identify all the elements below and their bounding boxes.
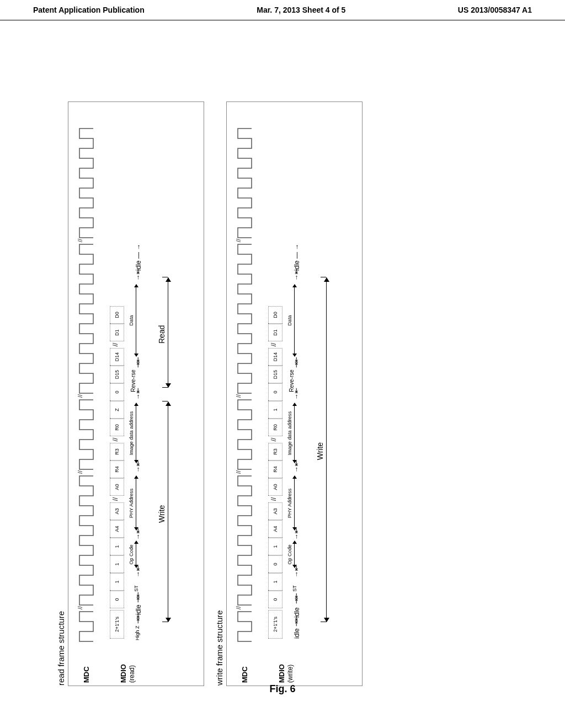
svg-text://: // bbox=[77, 606, 83, 609]
imgaddr-segment: Image data address bbox=[292, 402, 292, 465]
img-bit: R4 bbox=[268, 461, 282, 478]
svg-text://: // bbox=[77, 238, 83, 242]
phy-bit: A3 bbox=[110, 502, 124, 520]
header-right: US 2013/0058347 A1 bbox=[458, 6, 532, 14]
img-bit: R0 bbox=[268, 419, 282, 436]
reverse-segment: Reve-rse bbox=[289, 368, 295, 393]
break-icon: // bbox=[111, 436, 119, 443]
idle-label: idle bbox=[135, 604, 142, 615]
st-segment: ST bbox=[292, 580, 297, 597]
svg-text://: // bbox=[77, 470, 83, 474]
write-arrow: Write bbox=[168, 402, 169, 622]
img-bit: R4 bbox=[110, 461, 124, 478]
op-bit: 1 bbox=[268, 538, 282, 555]
figure-caption: Fig. 6 bbox=[0, 683, 565, 695]
write-frame-title: write frame structure bbox=[215, 610, 224, 686]
data-bit: D15 bbox=[268, 366, 282, 383]
bit-cells-row: 0111A4A3//A0R4R3//R0Z0D15D14//D1D0 bbox=[110, 306, 124, 608]
mdc-clock-icon: // // // // bbox=[77, 123, 99, 641]
op-bit: 1 bbox=[110, 555, 124, 573]
img-bit: R3 bbox=[110, 443, 124, 461]
svg-text://: // bbox=[77, 394, 83, 398]
st-bit: 0 bbox=[268, 591, 282, 608]
data-segment: Data bbox=[292, 282, 292, 359]
st-segment: ST bbox=[134, 580, 139, 597]
phy-bit: A0 bbox=[268, 478, 282, 496]
idle-label-right: idle — → bbox=[293, 244, 301, 271]
data-bit: D15 bbox=[110, 366, 124, 383]
preamble-cell: 2+1'1's bbox=[110, 610, 124, 639]
phyaddr-segment: PHY Address bbox=[134, 474, 134, 532]
header-left: Patent Application Publication bbox=[33, 6, 145, 14]
write-arrow: Write bbox=[326, 277, 327, 622]
idle-label-left: idle bbox=[293, 628, 301, 639]
data-bit: D14 bbox=[110, 348, 124, 366]
highz-label: High Z bbox=[135, 625, 140, 640]
img-bit: R0 bbox=[110, 419, 124, 436]
preamble-cell: 2+1'1's bbox=[268, 610, 282, 639]
dblarrow-icon: ⇥⇤ bbox=[134, 357, 142, 368]
data-bit: D1 bbox=[110, 324, 124, 341]
rev-bit: 0 bbox=[110, 383, 124, 401]
svg-text://: // bbox=[235, 394, 242, 398]
op-bit: 0 bbox=[268, 555, 282, 573]
mdc-label: MDC bbox=[82, 666, 90, 683]
st-bit: 1 bbox=[268, 573, 282, 591]
opcode-segment: Op Code bbox=[134, 539, 134, 570]
write-frame-diagram: write frame structure MDC // // // // MD… bbox=[226, 101, 363, 686]
rev-bit: 0 bbox=[268, 383, 282, 401]
mdio-label: MDIO bbox=[119, 664, 127, 683]
svg-text://: // bbox=[235, 606, 242, 609]
rev-bit: Z bbox=[110, 401, 124, 419]
mdc-label: MDC bbox=[241, 666, 249, 683]
read-frame-diagram: read frame structure MDC // // // // MDI… bbox=[68, 101, 204, 686]
reverse-segment: Reve-rse bbox=[131, 368, 136, 393]
imgaddr-segment: Image data address bbox=[134, 402, 134, 465]
opcode-segment: Op Code bbox=[292, 539, 292, 570]
phy-bit: A4 bbox=[110, 520, 124, 538]
op-bit: 1 bbox=[110, 538, 124, 555]
break-icon: // bbox=[270, 496, 278, 502]
read-arrow: Read bbox=[168, 277, 169, 388]
mdio-label: MDIO bbox=[278, 664, 286, 683]
phy-bit: A3 bbox=[268, 502, 282, 520]
break-icon: // bbox=[270, 341, 278, 348]
phyaddr-segment: PHY Address bbox=[292, 474, 292, 532]
rev-bit: 1 bbox=[268, 401, 282, 419]
rotated-figure-wrapper: read frame structure MDC // // // // MDI… bbox=[68, 101, 385, 686]
mdio-sublabel: (read) bbox=[128, 665, 136, 683]
dblarrow-icon: ⇥⇤ bbox=[292, 357, 300, 368]
break-icon: // bbox=[111, 341, 119, 348]
svg-text://: // bbox=[235, 470, 242, 474]
img-bit: R3 bbox=[268, 443, 282, 461]
idle-label: idle bbox=[293, 607, 301, 618]
page-content: read frame structure MDC // // // // MDI… bbox=[0, 20, 565, 65]
st-bit: 1 bbox=[110, 573, 124, 591]
page-header: Patent Application Publication Mar. 7, 2… bbox=[0, 0, 565, 20]
data-bit: D0 bbox=[110, 306, 124, 324]
header-center: Mar. 7, 2013 Sheet 4 of 5 bbox=[257, 6, 345, 14]
data-bit: D1 bbox=[268, 324, 282, 341]
idle-label-right: idle — → bbox=[135, 244, 142, 271]
read-frame-title: read frame structure bbox=[56, 611, 66, 686]
break-icon: // bbox=[270, 436, 278, 443]
mdio-sublabel: (write) bbox=[286, 665, 294, 683]
phy-bit: A0 bbox=[110, 478, 124, 496]
svg-text://: // bbox=[235, 238, 242, 242]
data-bit: D0 bbox=[268, 306, 282, 324]
st-bit: 0 bbox=[110, 591, 124, 608]
bit-cells-row: 0101A4A3//A0R4R3//R010D15D14//D1D0 bbox=[268, 306, 282, 608]
mdc-clock-icon: // // // // bbox=[235, 123, 257, 641]
phy-bit: A4 bbox=[268, 520, 282, 538]
data-segment: Data bbox=[134, 282, 134, 359]
data-bit: D14 bbox=[268, 348, 282, 366]
break-icon: // bbox=[111, 496, 119, 502]
